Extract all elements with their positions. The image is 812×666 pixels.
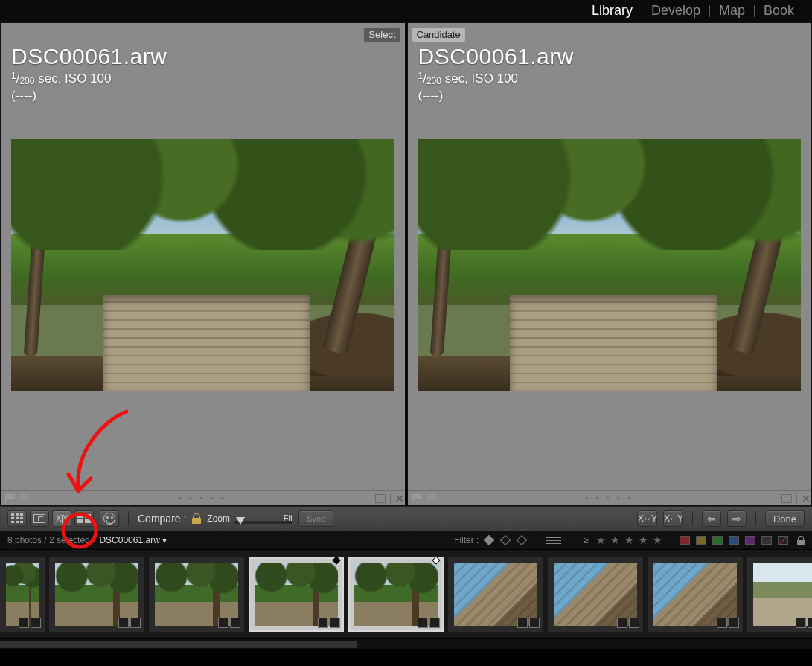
badge-icon <box>130 618 141 628</box>
badge-icon <box>429 618 440 628</box>
select-lens: (----) <box>11 88 167 104</box>
sync-button[interactable]: Sync <box>298 510 333 527</box>
thumb-image <box>55 563 138 626</box>
rating-comparator[interactable]: ≥ <box>581 535 591 545</box>
badge-icon <box>808 618 812 628</box>
filter-unflagged-icon[interactable] <box>500 535 511 545</box>
module-book[interactable]: Book <box>755 3 803 19</box>
reject-flag-icon[interactable] <box>427 494 438 503</box>
candidate-filename: DSC00061.arw <box>418 44 574 69</box>
filter-color-purple[interactable] <box>745 536 755 545</box>
module-library[interactable]: Library <box>583 3 642 19</box>
filmstrip-scrollbar[interactable] <box>0 638 812 649</box>
breadcrumb-current[interactable]: DSC00061.arw ▾ <box>99 535 167 545</box>
rating-dots[interactable]: • • • • • <box>442 494 778 502</box>
rating-dots[interactable]: • • • • • <box>35 494 371 502</box>
toolbar: X|Y Compare : Zoom Fit Sync X↔Y X←Y ⇦ ⇨ … <box>0 506 812 531</box>
thumb-badges <box>19 618 41 628</box>
filmstrip[interactable] <box>0 549 812 638</box>
compare-label: Compare : <box>138 513 186 525</box>
xy-icon: X|Y <box>56 513 68 524</box>
select-exposure: 1/200 sec, ISO 100 <box>11 71 167 88</box>
zoom-slider[interactable] <box>234 521 292 524</box>
select-photo[interactable] <box>11 139 394 391</box>
survey-icon <box>77 514 91 523</box>
thumb-badges <box>218 618 240 628</box>
compare-view-button[interactable]: X|Y <box>52 510 71 527</box>
filter-bar: 8 photos / 2 selected / DSC00061.arw ▾ F… <box>0 531 812 549</box>
thumb-image <box>554 563 637 626</box>
filmstrip-thumb[interactable] <box>149 557 244 632</box>
thumb-image <box>6 563 39 626</box>
filmstrip-thumb[interactable] <box>747 557 812 632</box>
close-icon[interactable]: ✕ <box>796 493 807 504</box>
candidate-photo[interactable] <box>418 139 802 391</box>
filter-label: Filter : <box>454 535 479 545</box>
scrollbar-thumb[interactable] <box>0 641 357 648</box>
next-photo-button[interactable]: ⇨ <box>727 510 747 527</box>
badge-icon <box>230 618 240 628</box>
module-map[interactable]: Map <box>710 3 754 19</box>
thumb-image <box>155 563 238 626</box>
candidate-lens: (----) <box>418 88 574 104</box>
lock-icon[interactable] <box>192 513 201 524</box>
badge-icon <box>318 618 328 628</box>
people-view-button[interactable] <box>100 510 119 527</box>
candidate-pane[interactable]: Candidate DSC00061.arw 1/200 sec, ISO 10… <box>407 22 813 506</box>
filmstrip-thumb[interactable] <box>348 557 444 632</box>
zoom-control: Zoom Fit <box>207 513 292 524</box>
filmstrip-thumb[interactable] <box>0 557 45 632</box>
filter-rejected-icon[interactable] <box>517 535 527 545</box>
flag-icon[interactable] <box>5 494 16 503</box>
filter-flagged-icon[interactable] <box>484 535 494 545</box>
filter-color-none[interactable] <box>761 536 772 545</box>
make-select-button[interactable]: X←Y <box>663 510 683 527</box>
select-pane[interactable]: Select DSC00061.arw 1/200 sec, ISO 100 (… <box>0 22 406 506</box>
compare-view: Select DSC00061.arw 1/200 sec, ISO 100 (… <box>0 22 812 506</box>
survey-view-button[interactable] <box>74 510 94 527</box>
thumb-badges <box>418 618 440 628</box>
filter-attributes-icon[interactable] <box>545 535 566 545</box>
filter-color-red[interactable] <box>680 536 690 545</box>
module-nav: Library Develop Map Book <box>0 0 812 22</box>
grid-icon <box>11 513 23 524</box>
flag-icon[interactable] <box>412 494 423 503</box>
filter-off-switch[interactable] <box>778 536 788 545</box>
filmstrip-thumb[interactable] <box>49 557 144 632</box>
filter-lock-icon[interactable] <box>797 536 805 545</box>
thumb-badges <box>717 618 739 628</box>
thumb-badges <box>318 618 340 628</box>
badge-icon <box>729 618 739 628</box>
color-label-swatch[interactable] <box>781 494 792 503</box>
filter-color-green[interactable] <box>712 536 723 545</box>
filmstrip-thumb[interactable] <box>249 557 344 632</box>
loupe-view-button[interactable] <box>30 510 49 527</box>
thumb-image <box>255 563 338 626</box>
badge-icon <box>517 618 528 628</box>
done-button[interactable]: Done <box>765 510 805 527</box>
grid-view-button[interactable] <box>7 510 27 527</box>
zoom-slider-thumb[interactable] <box>236 517 245 525</box>
filter-color-yellow[interactable] <box>696 536 706 545</box>
candidate-exposure: 1/200 sec, ISO 100 <box>418 71 574 88</box>
prev-photo-button[interactable]: ⇦ <box>702 510 721 527</box>
reject-flag-icon[interactable] <box>20 494 31 503</box>
arrow-left-icon: ⇦ <box>707 513 716 525</box>
zoom-label: Zoom <box>207 513 230 524</box>
select-filename: DSC00061.arw <box>11 44 167 69</box>
close-icon[interactable]: ✕ <box>390 493 400 504</box>
candidate-pane-footer: • • • • • ✕ <box>408 490 812 505</box>
badge-icon <box>418 618 428 628</box>
filter-stars[interactable]: ★ ★ ★ ★ ★ <box>596 534 663 546</box>
loupe-icon <box>33 514 45 523</box>
filmstrip-thumb[interactable] <box>448 557 543 632</box>
module-develop[interactable]: Develop <box>642 3 709 19</box>
color-label-swatch[interactable] <box>375 494 386 503</box>
separator <box>128 511 129 526</box>
filter-color-blue[interactable] <box>729 536 739 545</box>
filmstrip-thumb[interactable] <box>648 557 743 632</box>
filmstrip-thumb[interactable] <box>548 557 643 632</box>
selection-count: 8 photos / 2 selected / <box>7 535 95 545</box>
swap-button[interactable]: X↔Y <box>637 510 657 527</box>
badge-icon <box>617 618 627 628</box>
